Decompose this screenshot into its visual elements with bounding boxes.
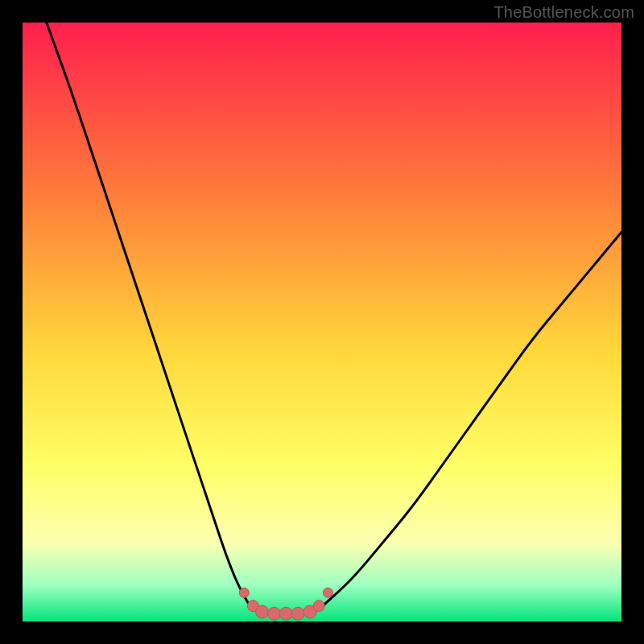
valley-dot — [268, 607, 281, 620]
valley-dot — [239, 588, 249, 597]
chart-frame: TheBottleneck.com — [0, 0, 644, 644]
valley-dot — [279, 607, 292, 620]
valley-dot — [291, 607, 304, 620]
watermark-text: TheBottleneck.com — [493, 3, 634, 22]
plot-area — [23, 23, 621, 621]
valley-dot — [313, 601, 324, 612]
valley-dot — [256, 605, 269, 618]
bottleneck-curve — [23, 23, 621, 621]
valley-dot — [323, 588, 332, 597]
curve-path — [47, 23, 621, 614]
